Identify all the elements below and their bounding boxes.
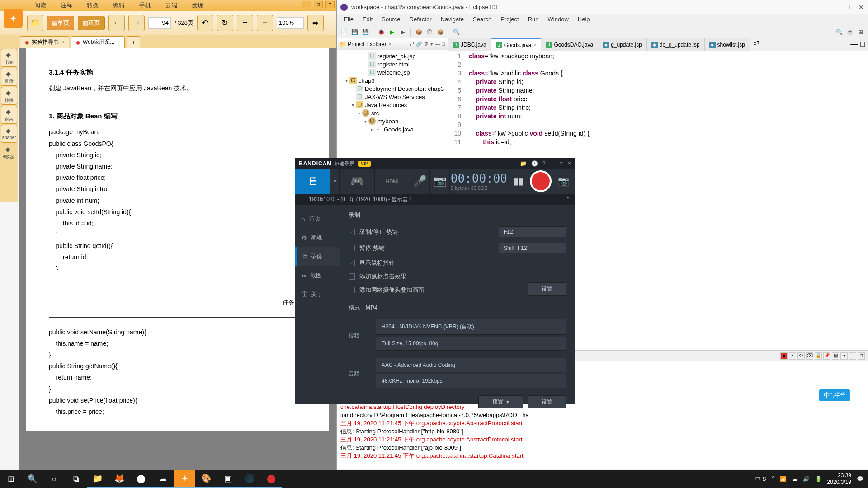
ime-indicator[interactable]: 中°,半⁴⁵ [819, 389, 850, 401]
bandicam-title-bar[interactable]: BANDICAM 班迪录屏 VIP 📁 🕐 ? — □ × [295, 159, 575, 169]
region-checkbox[interactable] [300, 197, 305, 202]
sidebar-collapse-icon[interactable]: +收起 [1, 144, 17, 162]
sidebar-item[interactable]: ⧉录像 [295, 247, 340, 266]
sidebar-item[interactable]: ⚙常规 [295, 228, 340, 247]
menu-navigate[interactable]: Navigate [436, 14, 468, 26]
bandicam-window[interactable]: BANDICAM 班迪录屏 VIP 📁 🕐 ? — □ × 🖥 ▾ 🎮 HDMI… [295, 158, 575, 404]
menu-mobile[interactable]: 手机 [132, 0, 158, 11]
close-icon[interactable]: ✕ [859, 4, 864, 11]
tree-item[interactable]: ▢register.html [337, 60, 448, 68]
tree-item[interactable]: ▾▢mybean [337, 117, 448, 125]
firefox-icon[interactable]: 🦊 [108, 470, 130, 488]
quick-access-icon[interactable]: 🔍 [834, 27, 844, 37]
minimize-icon[interactable]: — [550, 160, 556, 167]
tree-item[interactable]: ▾▢src [337, 109, 448, 117]
tab-goodsdao[interactable]: JGoodsDAO.java [541, 38, 598, 51]
webcam-icon[interactable]: 📷 [430, 169, 450, 194]
collapse-icon[interactable]: ⇄ [410, 41, 414, 47]
sidebar-convert-icon[interactable]: 转换 [1, 87, 17, 105]
terminal-icon[interactable]: ▣ [217, 470, 239, 488]
help-icon[interactable]: ? [542, 160, 546, 167]
tree-item[interactable]: ▢JAX-WS Web Services [337, 93, 448, 101]
tree-item[interactable]: ▢register_ok.jsp [337, 52, 448, 60]
maximize-view-icon[interactable]: □ [442, 41, 445, 47]
menu-cloud[interactable]: 云端 [158, 0, 184, 11]
sidebar-wealth-icon[interactable]: 财富 [1, 106, 17, 124]
tab-goods[interactable]: JGoods.java× [491, 38, 542, 51]
max-icon[interactable]: □ [858, 352, 865, 360]
remove-all-icon[interactable]: ×× [797, 352, 805, 360]
sidebar-item[interactable]: ⌂首页 [295, 209, 340, 228]
mic-icon[interactable]: 🎤 [410, 169, 430, 194]
run-last-icon[interactable]: ▶ [398, 27, 408, 37]
tree-item[interactable]: ▢Deployment Descriptor: chap3 [337, 84, 448, 93]
perspective-java-icon[interactable]: ☕ [845, 27, 855, 37]
cortana-icon[interactable]: ○ [43, 470, 65, 488]
menu-window[interactable]: Window [543, 14, 573, 26]
minimize-icon[interactable]: – [302, 1, 311, 8]
zoom-out-icon[interactable]: − [257, 15, 273, 31]
filter-icon[interactable]: ⚗ [424, 41, 429, 47]
clear-icon[interactable]: ⌫ [806, 352, 813, 360]
new-package-icon[interactable]: 📦 [435, 27, 445, 37]
scroll-lock-icon[interactable]: 🔒 [815, 352, 822, 360]
tree-item[interactable]: ▢welcome.jsp [337, 68, 448, 76]
tree-item[interactable]: ▾▢chap3 [337, 76, 448, 84]
preset-button[interactable]: 预置 ▾ [478, 395, 523, 408]
debug-icon[interactable]: 🐞 [376, 27, 386, 37]
tab-webapp[interactable]: ◆Web应用系...× [71, 36, 125, 48]
maximize-icon[interactable]: □ [314, 1, 323, 8]
menu-refactor[interactable]: Refactor [405, 14, 436, 26]
eclipse-taskbar-icon[interactable]: 🌑 [239, 470, 260, 488]
device-mode-icon[interactable]: HDMI [375, 169, 410, 194]
clock[interactable]: 23:39 2020/3/19 [827, 472, 851, 486]
game-mode-icon[interactable]: 🎮 [340, 169, 375, 194]
rotate-right-icon[interactable]: ↻ [217, 15, 233, 31]
menu-edit[interactable]: 编辑 [106, 0, 132, 11]
zoom-input[interactable] [277, 17, 304, 29]
single-page-button[interactable]: ▤ 单页 [47, 16, 74, 30]
hotkey-field[interactable]: F12 [499, 226, 566, 237]
settings-button[interactable]: 设置 [528, 282, 566, 296]
checkbox[interactable] [349, 245, 355, 251]
nav-back-icon[interactable]: ← [108, 15, 125, 31]
menu-help[interactable]: Help [573, 14, 594, 26]
start-button[interactable]: ⊞ [0, 470, 22, 488]
checkbox[interactable] [349, 273, 355, 280]
cloud-icon[interactable]: ☁ [792, 476, 797, 482]
pin-icon[interactable]: 📌 [823, 352, 830, 360]
app-icon-2[interactable]: ☁ [152, 470, 174, 488]
double-page-button[interactable]: ▥ 双页 [78, 16, 105, 30]
tab-close-icon[interactable]: × [117, 40, 120, 45]
zoom-in-icon[interactable]: + [237, 15, 253, 31]
screenshot-icon[interactable]: 📷 [558, 176, 569, 187]
folder-icon[interactable]: 📁 [520, 160, 527, 167]
save-all-icon[interactable]: 💾 [360, 27, 370, 37]
menu-run[interactable]: Run [524, 14, 543, 26]
tree-item[interactable]: ▾▢Java Resources [337, 101, 448, 109]
close-tab-icon[interactable]: × [533, 42, 536, 48]
tab-dogupdate[interactable]: ◆do_g_update.jsp [647, 38, 705, 51]
sidebar-bookmarks-icon[interactable]: 书签 [1, 49, 17, 67]
nav-forward-icon[interactable]: → [128, 15, 145, 31]
foxit-logo-icon[interactable]: ✦ [4, 9, 23, 28]
tray-up-icon[interactable]: ˄ [772, 476, 774, 482]
view-menu-icon[interactable]: ▾ [430, 41, 433, 47]
menu-source[interactable]: Source [377, 14, 405, 26]
maximize-icon[interactable]: □ [560, 160, 563, 167]
checkbox[interactable] [349, 287, 355, 293]
sidebar-xpaper-icon[interactable]: Xpaper [1, 125, 17, 143]
run-icon[interactable]: ▶ [387, 27, 397, 37]
app-icon[interactable]: ⬤ [130, 470, 152, 488]
foxit-taskbar-icon[interactable]: ✦ [174, 470, 195, 488]
settings-button-2[interactable]: 设置 [528, 395, 566, 408]
bandicam-taskbar-icon[interactable]: ⬤ [260, 470, 282, 488]
menu-read[interactable]: 阅读 [27, 0, 53, 11]
remove-launch-icon[interactable]: × [789, 352, 796, 360]
tab-guide[interactable]: ◆实验指导书× [20, 36, 69, 48]
explorer-icon[interactable]: 📁 [87, 470, 108, 488]
fit-width-icon[interactable]: ⬌ [307, 15, 324, 31]
menu-edit[interactable]: Edit [358, 14, 377, 26]
record-button[interactable] [530, 170, 552, 192]
link-icon[interactable]: 🔗 [416, 41, 422, 47]
